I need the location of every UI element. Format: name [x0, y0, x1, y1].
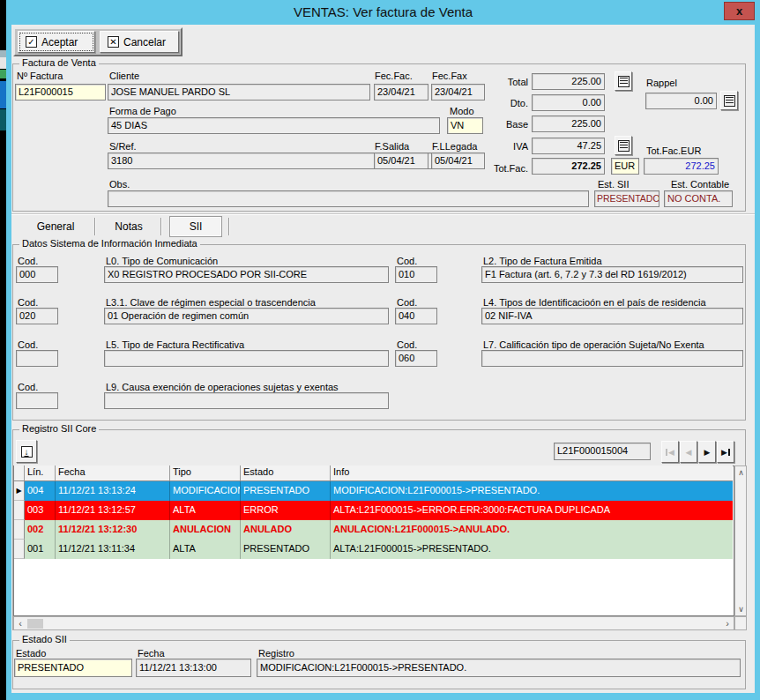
base-label: Base	[489, 119, 528, 130]
est-sii-label: Est. SII	[598, 179, 629, 190]
cell-info: ALTA:L21F000015->ERROR.ERR:3000:FACTURA …	[331, 501, 733, 520]
currency-field[interactable]: EUR	[611, 158, 639, 175]
f-llegada-field: 05/04/21	[431, 153, 485, 169]
cell-tipo: ALTA	[170, 501, 241, 520]
tab-separator	[228, 218, 229, 235]
base-field: 225.00	[532, 115, 605, 132]
tab-general[interactable]: General	[25, 220, 86, 234]
cell-info: ANULACION:L21F000015->ANULADO.	[331, 520, 733, 540]
l4-cod-field: 040	[395, 308, 437, 324]
close-button[interactable]: x	[724, 2, 755, 20]
last-record-icon	[728, 449, 730, 456]
l2-label: L2. Tipo de Factura Emitida	[483, 256, 602, 266]
prev-record-button[interactable]: ◀	[680, 441, 697, 463]
cod-label: Cod.	[18, 256, 38, 266]
est-contable-field: NO CONTA.	[664, 190, 733, 207]
tab-sii[interactable]: SII	[169, 216, 222, 237]
record-id-field[interactable]: L21F000015004	[554, 443, 651, 460]
total-label: Total	[489, 77, 528, 87]
scroll-down-icon[interactable]: ∨	[736, 604, 746, 614]
cell-info: ALTA:L21F000015->PRESENTADO.	[331, 540, 733, 559]
f-salida-label: F.Salida	[375, 141, 409, 152]
forma-pago-label: Forma de Pago	[109, 106, 176, 116]
screen: VENTAS: Ver factura de Venta x ✓ Aceptar…	[0, 0, 760, 700]
scroll-right-icon[interactable]: ›	[723, 618, 732, 629]
first-record-button[interactable]: ◀	[661, 441, 679, 463]
cod-label: Cod.	[397, 339, 417, 350]
cell-lin: 003	[25, 501, 56, 520]
ventas-dialog: VENTAS: Ver factura de Venta x ✓ Aceptar…	[6, 0, 760, 700]
l9-field	[104, 392, 389, 409]
fecha-label: Fecha	[138, 648, 165, 659]
est-contable-label: Est. Contable	[671, 179, 729, 190]
modo-field[interactable]: VN	[447, 117, 483, 134]
table-row[interactable]: 003 11/12/21 13:12:57 ALTA ERROR ALTA:L2…	[14, 501, 733, 520]
num-factura-label: Nº Factura	[17, 71, 63, 81]
table-row[interactable]: 002 11/12/21 13:12:30 ANULACION ANULADO …	[14, 520, 733, 540]
tot-fac-eur-field: 272.25	[644, 158, 719, 175]
obs-label: Obs.	[109, 179, 130, 190]
modo-label: Modo	[450, 106, 474, 116]
cod-label: Cod.	[18, 382, 38, 392]
cell-estado: PRESENTADO	[241, 540, 331, 559]
num-factura-field[interactable]: L21F000015	[15, 84, 106, 101]
iva-detail-button[interactable]	[615, 136, 632, 155]
cell-estado: PRESENTADO	[241, 481, 331, 501]
rappel-field: 0.00	[645, 93, 717, 109]
window-title: VENTAS: Ver factura de Venta	[6, 4, 760, 19]
rappel-detail-button[interactable]	[720, 91, 738, 110]
dialog-content: ✓ Aceptar ✕ Cancelar Factura de Venta Nº…	[11, 25, 755, 693]
row-selector	[14, 501, 25, 520]
table-row[interactable]: ▶ 004 11/12/21 13:13:24 MODIFICACION PRE…	[14, 481, 733, 501]
list-icon	[724, 95, 735, 107]
toolbar-panel: ✓ Aceptar ✕ Cancelar	[13, 27, 183, 56]
total-detail-button[interactable]	[615, 71, 632, 91]
taskbar-fragment	[0, 70, 6, 78]
l9-cod-field	[16, 392, 58, 409]
l4-label: L4. Tipos de Identificacioón en el país …	[483, 297, 706, 308]
cell-lin: 004	[25, 481, 56, 501]
tab-separator	[94, 218, 95, 235]
scroll-up-icon[interactable]: ∧	[736, 467, 746, 478]
cell-lin: 002	[25, 520, 56, 540]
row-selector	[14, 520, 25, 540]
header-selector-cell	[14, 465, 25, 480]
scrollbar-thumb[interactable]	[27, 619, 43, 629]
forma-pago-field: 45 DIAS	[108, 117, 440, 134]
estado-field[interactable]: PRESENTADO	[14, 659, 132, 677]
scroll-left-icon[interactable]: ‹	[16, 618, 25, 629]
row-marker: ▶	[14, 481, 25, 501]
section-divider	[11, 213, 755, 215]
list-icon	[618, 140, 630, 152]
fec-fac-label: Fec.Fac.	[375, 71, 413, 81]
tot-fac-eur-label: Tot.Fac.EUR	[646, 145, 701, 156]
header-estado[interactable]: Estado	[241, 465, 331, 480]
horizontal-scrollbar[interactable]: ‹ ›	[13, 616, 734, 630]
next-record-button[interactable]: ▶	[698, 441, 716, 463]
cell-estado: ANULADO	[241, 520, 331, 540]
vertical-scrollbar[interactable]: ∧ ∨	[734, 465, 747, 616]
cell-fecha: 11/12/21 13:12:57	[56, 501, 170, 520]
header-lin[interactable]: Lín.	[25, 465, 56, 480]
dto-field: 0.00	[532, 94, 605, 111]
export-button[interactable]: ↓	[16, 440, 37, 463]
last-record-button[interactable]: ▶	[717, 441, 734, 463]
header-info[interactable]: Info	[331, 465, 733, 480]
cancel-button[interactable]: ✕ Cancelar	[100, 31, 179, 53]
l0-field: X0 REGISTRO PROCESADO POR SII-CORE	[104, 266, 389, 283]
cod-label: Cod.	[18, 339, 38, 350]
factura-group-title: Factura de Venta	[19, 57, 99, 68]
accept-button[interactable]: ✓ Aceptar	[18, 31, 95, 53]
header-tipo[interactable]: Tipo	[170, 465, 241, 480]
l5-field	[104, 350, 389, 367]
fecha-field: 11/12/21 13:13:00	[136, 659, 251, 677]
taskbar-fragment	[0, 109, 6, 130]
cliente-field: JOSE MANUEL PARDO SL	[108, 84, 370, 101]
title-bar[interactable]: VENTAS: Ver factura de Venta x	[6, 0, 760, 25]
total-field: 225.00	[532, 73, 605, 90]
fec-fax-field: 23/04/21	[431, 84, 485, 101]
tab-notas[interactable]: Notas	[103, 220, 154, 234]
iva-field: 47.25	[532, 138, 605, 154]
table-row[interactable]: 001 11/12/21 13:11:34 ALTA PRESENTADO AL…	[14, 540, 733, 559]
header-fecha[interactable]: Fecha	[56, 465, 170, 480]
